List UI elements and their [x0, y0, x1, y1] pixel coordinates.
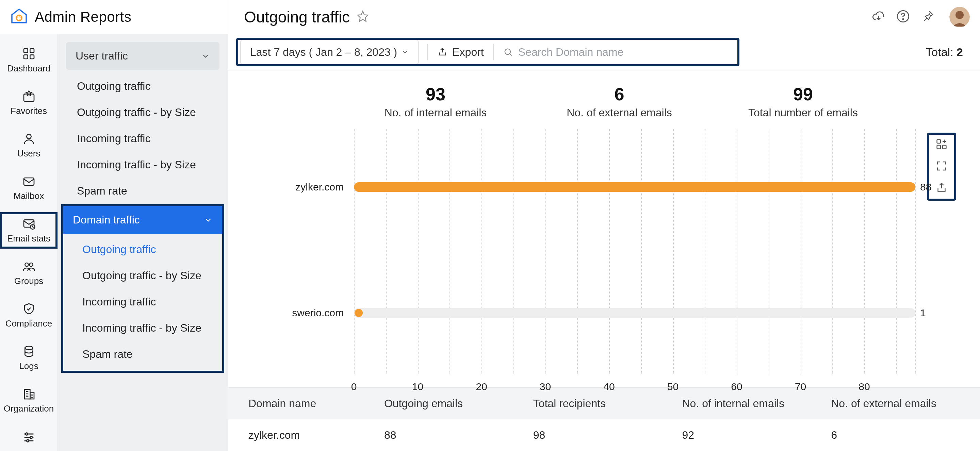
favorite-star-icon[interactable] — [356, 10, 369, 24]
chart-y-label: zylker.com — [295, 181, 344, 193]
separator — [493, 44, 494, 60]
svg-point-3 — [903, 19, 904, 20]
grid-line — [915, 129, 916, 374]
download-cloud-icon[interactable] — [872, 10, 885, 24]
svg-point-5 — [956, 11, 964, 19]
export-button[interactable]: Export — [433, 46, 488, 59]
nav-rail: Dashboard Favorites Users Mailbox Email … — [0, 34, 58, 451]
sidebar-item-ut-outgoing[interactable]: Outgoing traffic — [58, 73, 228, 99]
widget-add-icon[interactable] — [935, 138, 948, 152]
nav-label: Organization — [4, 403, 54, 414]
nav-compliance[interactable]: Compliance — [0, 297, 57, 333]
grid-line — [832, 129, 833, 374]
stat-value: 6 — [527, 84, 711, 105]
chart-x-tick: 20 — [476, 381, 487, 392]
search-domain-input[interactable] — [518, 46, 730, 59]
table-cell: 98 — [533, 429, 682, 441]
chart-value-label: 1 — [920, 307, 926, 319]
nav-mailbox[interactable]: Mailbox — [0, 170, 57, 206]
summary-stats: 93 No. of internal emails 6 No. of exter… — [228, 70, 980, 122]
svg-point-12 — [27, 134, 31, 139]
sidebar-item-dt-outgoing-size[interactable]: Outgoing traffic - by Size — [63, 262, 222, 289]
nav-dashboard[interactable]: Dashboard — [0, 42, 57, 79]
toolbar-highlight-box: Last 7 days ( Jan 2 – 8, 2023 ) Export — [236, 38, 740, 66]
grid-line — [354, 129, 355, 374]
svg-rect-9 — [30, 55, 34, 59]
grid-line — [386, 129, 387, 374]
svg-rect-7 — [30, 49, 34, 53]
svg-rect-10 — [24, 94, 34, 102]
svg-rect-26 — [937, 145, 941, 149]
chart-bar-row — [354, 181, 915, 193]
help-icon[interactable] — [896, 10, 910, 24]
sidebar-item-dt-outgoing[interactable]: Outgoing traffic — [63, 237, 222, 262]
sidebar-item-ut-incoming[interactable]: Incoming traffic — [58, 125, 228, 152]
grid-line — [801, 129, 801, 374]
nav-groups[interactable]: Groups — [0, 255, 57, 291]
stat-label: No. of internal emails — [344, 106, 527, 119]
table-cell: 6 — [831, 429, 980, 441]
table-col-header: No. of internal emails — [682, 397, 831, 410]
share-icon[interactable] — [935, 182, 948, 195]
table-row[interactable]: zylker.com 88 98 92 6 — [228, 419, 980, 451]
sidebar-item-ut-outgoing-size[interactable]: Outgoing traffic - by Size — [58, 99, 228, 125]
separator — [427, 44, 428, 60]
total-label: Total: — [926, 46, 953, 59]
chart-x-tick: 80 — [859, 381, 870, 392]
sidebar-item-dt-spam[interactable]: Spam rate — [63, 341, 222, 367]
grid-line — [514, 129, 514, 374]
table-cell: 92 — [682, 429, 831, 441]
nav-organization[interactable]: Organization — [0, 382, 57, 419]
sidebar-item-dt-incoming-size[interactable]: Incoming traffic - by Size — [63, 315, 222, 341]
svg-point-24 — [504, 49, 510, 54]
nav-users[interactable]: Users — [0, 127, 57, 164]
date-range-button[interactable]: Last 7 days ( Jan 2 – 8, 2023 ) — [240, 40, 418, 64]
nav-favorites[interactable]: Favorites — [0, 85, 57, 121]
domain-traffic-chart: zylker.comswerio.com 881 010203040506070… — [245, 129, 963, 381]
stat-internal: 93 No. of internal emails — [344, 84, 527, 119]
sidebar: User traffic Outgoing traffic Outgoing t… — [58, 34, 228, 451]
svg-point-17 — [29, 263, 33, 266]
stat-total: 99 Total number of emails — [711, 84, 895, 119]
settings-sliders-icon[interactable] — [0, 430, 57, 444]
sidebar-group-domain-traffic[interactable]: Domain traffic — [63, 206, 222, 233]
chart-y-label: swerio.com — [292, 307, 344, 319]
chart-value-label: 88 — [920, 181, 931, 193]
sidebar-item-ut-incoming-size[interactable]: Incoming traffic - by Size — [58, 152, 228, 178]
svg-rect-25 — [937, 140, 941, 143]
table-col-header: No. of external emails — [831, 397, 980, 410]
chevron-down-icon — [401, 48, 409, 56]
nav-label: Groups — [14, 276, 43, 286]
total-count: Total: 2 — [926, 46, 963, 59]
expand-icon[interactable] — [935, 160, 948, 173]
table-col-header: Outgoing emails — [384, 397, 533, 410]
app-logo-icon — [10, 7, 29, 27]
sidebar-item-dt-incoming[interactable]: Incoming traffic — [63, 289, 222, 315]
grid-line — [673, 129, 674, 374]
grid-line — [864, 129, 865, 374]
grid-line — [450, 129, 450, 374]
chart-x-tick: 10 — [412, 381, 423, 392]
date-range-label: Last 7 days ( Jan 2 – 8, 2023 ) — [250, 46, 397, 59]
pin-icon[interactable] — [921, 10, 934, 24]
sidebar-group-user-traffic[interactable]: User traffic — [66, 42, 220, 70]
nav-logs[interactable]: Logs — [0, 340, 57, 376]
sidebar-group-label: Domain traffic — [73, 214, 140, 226]
export-icon — [437, 47, 447, 57]
grid-line — [641, 129, 642, 374]
search-icon — [503, 47, 513, 57]
nav-email-stats[interactable]: Email stats — [0, 212, 57, 249]
grid-line — [577, 129, 578, 374]
chart-x-tick: 60 — [731, 381, 742, 392]
user-avatar[interactable] — [950, 7, 970, 27]
sidebar-group-label: User traffic — [76, 50, 128, 62]
grid-line — [546, 129, 546, 374]
sidebar-item-ut-spam[interactable]: Spam rate — [58, 178, 228, 204]
table-cell: zylker.com — [248, 429, 384, 441]
chevron-down-icon — [201, 52, 210, 60]
total-value: 2 — [956, 46, 963, 59]
svg-marker-1 — [358, 11, 368, 21]
nav-label: Dashboard — [7, 63, 50, 74]
chart-x-tick: 0 — [351, 381, 357, 392]
svg-point-23 — [27, 440, 29, 442]
